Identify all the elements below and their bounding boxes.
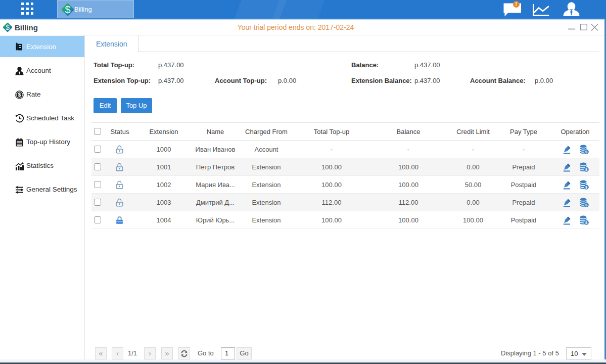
svg-text:$: $ [65,4,70,15]
svg-text:$: $ [18,92,21,98]
